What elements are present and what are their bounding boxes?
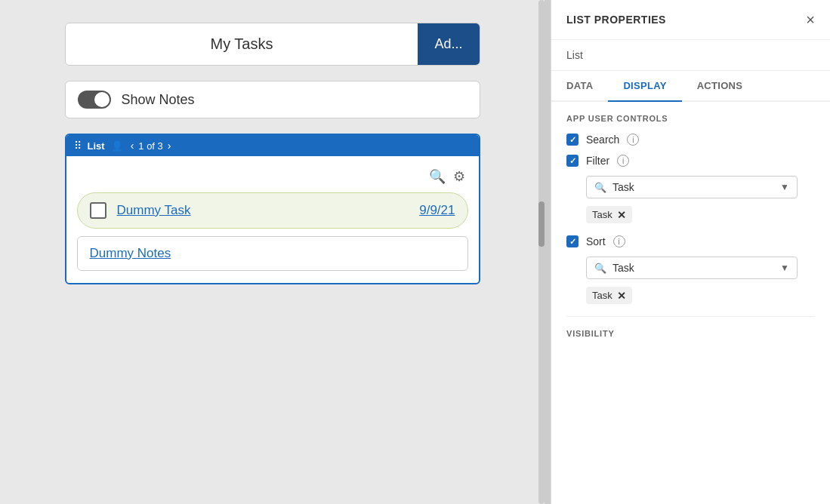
show-notes-row: Show Notes bbox=[65, 81, 480, 118]
list-label: List bbox=[88, 140, 105, 152]
tab-actions[interactable]: ACTIONS bbox=[682, 71, 758, 102]
ad-button[interactable]: Ad... bbox=[418, 23, 479, 65]
filter-dropdown-value: Task bbox=[612, 181, 774, 193]
search-checkbox[interactable] bbox=[566, 134, 579, 146]
search-control-row: Search i bbox=[566, 134, 815, 146]
tab-data[interactable]: DATA bbox=[551, 71, 608, 102]
tabs-bar: DATA DISPLAY ACTIONS bbox=[551, 71, 830, 102]
filter-dropdown[interactable]: 🔍 Task ▼ bbox=[586, 176, 798, 198]
show-notes-toggle[interactable] bbox=[78, 91, 111, 109]
nav-next-button[interactable]: › bbox=[166, 140, 173, 152]
panel-subtitle: List bbox=[551, 40, 830, 71]
sort-dropdown-search-icon: 🔍 bbox=[594, 263, 606, 274]
search-icon[interactable]: 🔍 bbox=[429, 168, 446, 185]
drag-icon: ⠿ bbox=[74, 140, 82, 152]
nav-text: 1 of 3 bbox=[138, 140, 163, 152]
task-checkbox[interactable] bbox=[90, 202, 106, 219]
list-container: ⠿ List 👤 ‹ 1 of 3 › 🔍 ⚙ bbox=[65, 134, 480, 284]
sort-dropdown-arrow: ▼ bbox=[780, 263, 789, 273]
panel-divider bbox=[545, 0, 551, 504]
task-name[interactable]: Dummy Task bbox=[117, 203, 409, 218]
sort-info-icon[interactable]: i bbox=[613, 235, 625, 247]
left-panel: My Tasks Ad... Show Notes ⠿ List 👤 ‹ 1 o… bbox=[0, 0, 545, 504]
scrollbar[interactable] bbox=[538, 0, 545, 504]
filter-tag-row: Task ✕ bbox=[586, 206, 815, 223]
sort-tag: Task ✕ bbox=[586, 287, 632, 304]
sort-dropdown-value: Task bbox=[612, 262, 774, 274]
filter-checkbox[interactable] bbox=[566, 155, 579, 167]
panel-header: LIST PROPERTIES × bbox=[551, 0, 830, 40]
visibility-label: VISIBILITY bbox=[566, 329, 815, 338]
sort-dropdown-container: 🔍 Task ▼ bbox=[586, 257, 815, 279]
tab-display[interactable]: DISPLAY bbox=[608, 71, 681, 102]
filter-dropdown-search-icon: 🔍 bbox=[594, 182, 606, 193]
filter-tag-remove[interactable]: ✕ bbox=[617, 210, 626, 220]
filter-dropdown-arrow: ▼ bbox=[780, 182, 789, 192]
user-icon: 👤 bbox=[111, 140, 123, 152]
search-info-icon[interactable]: i bbox=[627, 134, 639, 146]
scroll-thumb[interactable] bbox=[538, 201, 545, 247]
filter-tag: Task ✕ bbox=[586, 206, 632, 223]
section-divider bbox=[566, 316, 815, 317]
notes-item: Dummy Notes bbox=[77, 236, 468, 271]
list-toolbar: 🔍 ⚙ bbox=[77, 168, 468, 185]
app-user-controls-label: APP USER CONTROLS bbox=[566, 114, 815, 123]
close-button[interactable]: × bbox=[806, 12, 815, 27]
show-notes-label: Show Notes bbox=[122, 92, 195, 108]
sort-tag-row: Task ✕ bbox=[586, 287, 815, 304]
panel-title: LIST PROPERTIES bbox=[566, 14, 666, 26]
toggle-knob bbox=[94, 92, 110, 107]
sort-checkbox[interactable] bbox=[566, 235, 579, 247]
my-tasks-header: My Tasks Ad... bbox=[65, 23, 480, 66]
sort-control-label: Sort bbox=[586, 235, 606, 247]
task-date: 9/9/21 bbox=[419, 203, 455, 218]
notes-text[interactable]: Dummy Notes bbox=[90, 246, 171, 260]
filter-icon[interactable]: ⚙ bbox=[453, 168, 465, 185]
sort-tag-label: Task bbox=[592, 290, 612, 301]
filter-dropdown-container: 🔍 Task ▼ bbox=[586, 176, 815, 198]
nav-prev-button[interactable]: ‹ bbox=[129, 140, 136, 152]
filter-tag-label: Task bbox=[592, 209, 612, 220]
list-body: 🔍 ⚙ Dummy Task 9/9/21 Dummy Notes bbox=[66, 156, 479, 283]
sort-tag-remove[interactable]: ✕ bbox=[617, 290, 626, 301]
filter-control-label: Filter bbox=[586, 155, 609, 167]
search-control-label: Search bbox=[586, 134, 619, 146]
right-panel: LIST PROPERTIES × List DATA DISPLAY ACTI… bbox=[551, 0, 830, 504]
list-nav: ‹ 1 of 3 › bbox=[129, 140, 173, 152]
sort-control-row: Sort i bbox=[566, 235, 815, 247]
filter-info-icon[interactable]: i bbox=[617, 155, 629, 167]
list-header-bar: ⠿ List 👤 ‹ 1 of 3 › bbox=[66, 135, 479, 156]
panel-content: APP USER CONTROLS Search i Filter i 🔍 Ta… bbox=[551, 102, 830, 504]
task-item[interactable]: Dummy Task 9/9/21 bbox=[77, 192, 468, 229]
filter-control-row: Filter i bbox=[566, 155, 815, 167]
my-tasks-title: My Tasks bbox=[66, 23, 418, 65]
sort-dropdown[interactable]: 🔍 Task ▼ bbox=[586, 257, 798, 279]
